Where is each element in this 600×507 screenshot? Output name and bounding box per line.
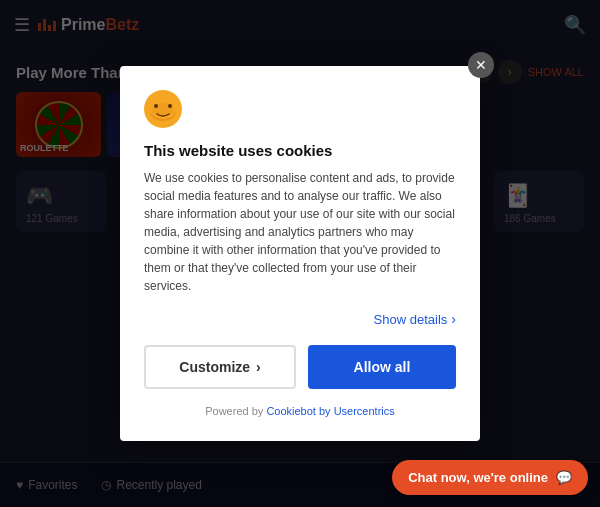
allow-all-button[interactable]: Allow all bbox=[308, 345, 456, 389]
cookie-body: We use cookies to personalise content an… bbox=[144, 169, 456, 295]
show-details-arrow: › bbox=[451, 311, 456, 327]
cookie-dialog: ✕ This website uses cookies We use cooki… bbox=[120, 66, 480, 441]
customize-button[interactable]: Customize › bbox=[144, 345, 296, 389]
chat-icon: 💬 bbox=[556, 470, 572, 485]
cookie-logo bbox=[144, 90, 182, 128]
show-details-link[interactable]: Show details › bbox=[144, 311, 456, 327]
chat-button[interactable]: Chat now, we're online 💬 bbox=[392, 460, 588, 495]
customize-arrow-icon: › bbox=[256, 359, 261, 375]
chat-label: Chat now, we're online bbox=[408, 470, 548, 485]
modal-overlay: ✕ This website uses cookies We use cooki… bbox=[0, 0, 600, 507]
svg-point-4 bbox=[154, 104, 158, 108]
cookie-buttons: Customize › Allow all bbox=[144, 345, 456, 389]
close-button[interactable]: ✕ bbox=[468, 52, 494, 78]
cookiebot-powered: Powered by Cookiebot by Usercentrics bbox=[144, 405, 456, 417]
svg-point-5 bbox=[168, 104, 172, 108]
cookie-title: This website uses cookies bbox=[144, 142, 456, 159]
powered-by-text: Powered by bbox=[205, 405, 263, 417]
cookiebot-link[interactable]: Cookiebot by Usercentrics bbox=[266, 405, 394, 417]
show-details-label: Show details bbox=[374, 312, 448, 327]
customize-label: Customize bbox=[179, 359, 250, 375]
